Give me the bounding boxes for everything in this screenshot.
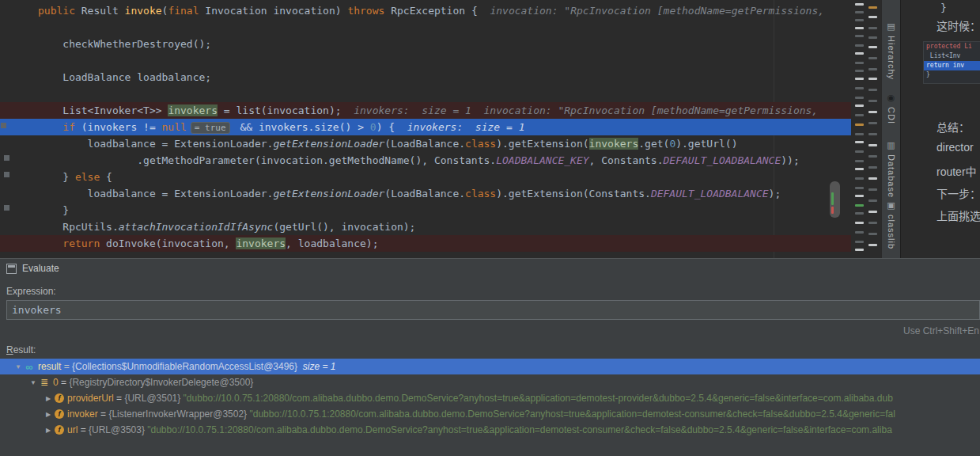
stripe-mark[interactable]: [868, 211, 877, 213]
stripe-mark[interactable]: [855, 241, 864, 243]
stripe-mark[interactable]: [868, 57, 877, 59]
chevron-right-icon[interactable]: ▶: [43, 395, 54, 402]
equals-separator: =: [114, 393, 125, 404]
stripe-mark[interactable]: [855, 62, 864, 64]
tool-window-button-classlib[interactable]: ▣classlib: [882, 200, 900, 249]
gutter-marker[interactable]: [4, 205, 9, 211]
vcs-change-marker[interactable]: [831, 207, 834, 214]
stripe-mark[interactable]: [855, 52, 864, 55]
code-token: invokers: [589, 138, 639, 150]
stripe-mark[interactable]: [855, 168, 864, 170]
note-line: router中: [936, 163, 977, 179]
stripe-mark[interactable]: [868, 46, 877, 48]
stripe-mark[interactable]: [868, 100, 877, 102]
stripe-mark[interactable]: [868, 144, 877, 146]
variable-row[interactable]: ▼≣0 = {RegistryDirectory$InvokerDelegete…: [0, 374, 980, 390]
code-editor[interactable]: public Result invoke(final Invocation in…: [0, 0, 851, 258]
stripe-mark[interactable]: [855, 177, 864, 180]
chevron-right-icon[interactable]: ▶: [43, 411, 54, 418]
stripe-mark[interactable]: [855, 44, 864, 47]
stripe-mark[interactable]: [855, 212, 864, 215]
stripe-mark[interactable]: [855, 78, 864, 80]
code-line[interactable]: List<Invoker<T>> invokers = list(invocat…: [0, 102, 851, 119]
code-line[interactable]: if (invokers != null= true && invokers.s…: [0, 119, 851, 135]
stripe-mark[interactable]: [868, 89, 877, 91]
chevron-down-icon[interactable]: ▼: [13, 363, 24, 370]
code-line[interactable]: loadbalance = ExtensionLoader.getExtensi…: [0, 135, 851, 152]
code-token: getExtensionLoader: [273, 138, 384, 150]
gutter-marker[interactable]: [4, 155, 9, 161]
stripe-mark[interactable]: [868, 27, 877, 29]
code-token: (getUrl(), invocation);: [273, 221, 415, 233]
code-line[interactable]: [0, 52, 851, 69]
stripe-mark[interactable]: [855, 70, 864, 72]
stripe-mark[interactable]: [855, 114, 864, 116]
stripe-mark[interactable]: [855, 160, 864, 162]
variable-row[interactable]: ▶fproviderUrl = {URL@3501} "dubbo://10.0…: [0, 390, 980, 406]
stripe-mark[interactable]: [855, 249, 864, 251]
stripe-mark[interactable]: [868, 78, 877, 80]
tool-window-button-cdi[interactable]: ◉CDI: [882, 92, 900, 124]
chevron-down-icon[interactable]: ▼: [28, 379, 39, 386]
stripe-mark[interactable]: [855, 19, 864, 21]
code-line[interactable]: .getMethodParameter(invocation.getMethod…: [0, 152, 851, 169]
stripe-mark[interactable]: [868, 68, 877, 70]
field-icon: f: [55, 409, 64, 419]
code-line[interactable]: return doInvoke(invocation, invokers, lo…: [0, 235, 851, 252]
stripe-mark[interactable]: [868, 166, 877, 169]
stripe-mark[interactable]: [868, 155, 877, 158]
variable-row[interactable]: ▼∞result = {Collections$UnmodifiableRand…: [0, 359, 980, 374]
code-line[interactable]: [0, 19, 851, 36]
stripe-mark[interactable]: [855, 150, 864, 153]
code-line[interactable]: } else {: [0, 169, 851, 185]
stripe-mark[interactable]: [868, 222, 877, 224]
stripe-mark[interactable]: [855, 204, 864, 207]
variable-row[interactable]: ▶finvoker = {ListenerInvokerWrapper@3502…: [0, 406, 980, 422]
chevron-right-icon[interactable]: ▶: [43, 427, 54, 434]
stripe-mark[interactable]: [868, 200, 877, 202]
stripe-mark[interactable]: [855, 35, 864, 37]
stripe-mark[interactable]: [855, 3, 864, 6]
stripe-mark[interactable]: [868, 36, 877, 39]
stripe-mark[interactable]: [868, 233, 877, 235]
stripe-mark[interactable]: [868, 16, 877, 18]
stripe-mark[interactable]: [855, 104, 864, 107]
field-icon: f: [55, 425, 64, 435]
gutter-marker[interactable]: [1, 123, 6, 128]
stripe-mark[interactable]: [868, 177, 877, 180]
stripe-mark[interactable]: [855, 124, 864, 126]
result-label: Result:: [6, 344, 36, 355]
code-line[interactable]: LoadBalance loadbalance;: [0, 69, 851, 86]
code-line[interactable]: [0, 86, 851, 102]
code-line[interactable]: public Result invoke(final Invocation in…: [0, 2, 851, 19]
variable-row[interactable]: ▶furl = {URL@3503} "dubbo://10.0.75.1:20…: [0, 422, 980, 438]
expression-input[interactable]: [6, 300, 980, 320]
stripe-mark[interactable]: [855, 97, 864, 99]
code-token: [38, 238, 62, 249]
result-tree: ▼∞result = {Collections$UnmodifiableRand…: [0, 359, 980, 438]
tool-window-button-database[interactable]: ▥Database: [882, 139, 900, 198]
tool-window-button-hierarchy[interactable]: ▤Hierarchy: [882, 21, 900, 80]
stripe-mark[interactable]: [868, 188, 877, 191]
stripe-mark[interactable]: [855, 222, 864, 224]
classlib-icon: ▣: [887, 200, 895, 211]
gutter-marker[interactable]: [4, 172, 9, 177]
stripe-mark[interactable]: [868, 133, 877, 135]
stripe-mark[interactable]: [855, 87, 864, 89]
stripe-mark[interactable]: [868, 122, 877, 124]
vcs-change-marker[interactable]: [831, 192, 834, 205]
stripe-mark[interactable]: [868, 111, 877, 113]
code-line[interactable]: loadbalance = ExtensionLoader.getExtensi…: [0, 185, 851, 202]
stripe-mark[interactable]: [868, 244, 877, 246]
stripe-mark[interactable]: [855, 133, 864, 135]
code-line[interactable]: checkWhetherDestroyed();: [0, 36, 851, 52]
stripe-mark[interactable]: [855, 27, 864, 29]
stripe-mark[interactable]: [855, 11, 864, 13]
stripe-mark[interactable]: [868, 6, 877, 9]
stripe-mark[interactable]: [855, 231, 864, 234]
code-line[interactable]: RpcUtils.attachInvocationIdIfAsync(getUr…: [0, 218, 851, 235]
stripe-mark[interactable]: [855, 141, 864, 143]
stripe-mark[interactable]: [855, 195, 864, 197]
code-line[interactable]: }: [0, 202, 851, 218]
stripe-mark[interactable]: [855, 187, 864, 189]
